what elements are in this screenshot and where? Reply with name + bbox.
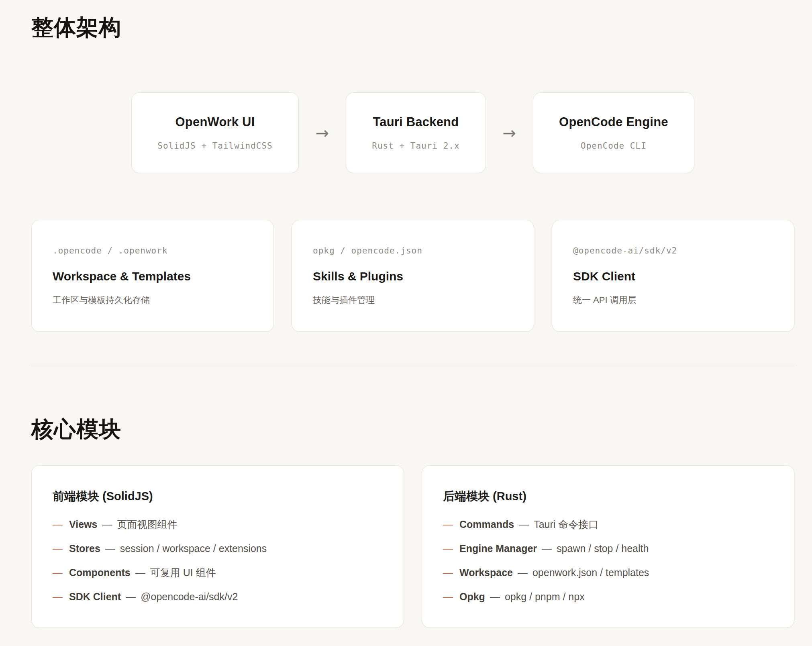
- card-sdk-client: @opencode-ai/sdk/v2 SDK Client 统一 API 调用…: [552, 220, 794, 332]
- card-description: 统一 API 调用层: [573, 294, 773, 306]
- item-term: Engine Manager: [459, 543, 537, 554]
- list-item: —Components—可复用 UI 组件: [53, 566, 383, 579]
- flow-box-title: OpenWork UI: [157, 114, 273, 130]
- item-description: spawn / stop / health: [557, 543, 649, 554]
- right-arrow-icon: →: [316, 125, 329, 141]
- card-title: Skills & Plugins: [313, 269, 513, 284]
- modules-heading: 核心模块: [31, 416, 794, 443]
- architecture-heading: 整体架构: [31, 14, 794, 41]
- flow-box-subtitle: OpenCode CLI: [559, 141, 668, 151]
- right-arrow-icon: →: [503, 125, 516, 141]
- item-term: Opkg: [459, 591, 485, 602]
- dash-bullet-icon: —: [443, 519, 453, 530]
- card-mono-label: opkg / opencode.json: [313, 246, 513, 256]
- list-item: —Engine Manager—spawn / stop / health: [443, 542, 773, 554]
- flow-box-title: Tauri Backend: [372, 114, 459, 130]
- item-description: Tauri 命令接口: [534, 519, 598, 530]
- dash-separator: —: [490, 591, 500, 602]
- module-list: —Commands—Tauri 命令接口 —Engine Manager—spa…: [443, 518, 773, 603]
- dash-bullet-icon: —: [53, 543, 63, 554]
- flow-box-opencode-engine: OpenCode Engine OpenCode CLI: [533, 92, 694, 173]
- dash-bullet-icon: —: [443, 591, 453, 602]
- dash-bullet-icon: —: [443, 543, 453, 554]
- list-item: —Opkg—opkg / pnpm / npx: [443, 591, 773, 603]
- flow-box-tauri-backend: Tauri Backend Rust + Tauri 2.x: [346, 92, 486, 173]
- flow-box-subtitle: SolidJS + TailwindCSS: [157, 141, 273, 151]
- doc-page: 整体架构 OpenWork UI SolidJS + TailwindCSS →…: [0, 0, 812, 646]
- item-description: @opencode-ai/sdk/v2: [141, 591, 238, 602]
- item-term: Commands: [459, 519, 514, 530]
- dash-separator: —: [135, 567, 145, 578]
- module-card-frontend: 前端模块 (SolidJS) —Views—页面视图组件 —Stores—ses…: [31, 465, 404, 628]
- card-workspace-templates: .opencode / .openwork Workspace & Templa…: [31, 220, 274, 332]
- item-term: Stores: [69, 543, 100, 554]
- item-description: openwork.json / templates: [532, 567, 649, 578]
- list-item: —Workspace—openwork.json / templates: [443, 566, 773, 579]
- item-term: Workspace: [459, 567, 513, 578]
- item-description: 页面视图组件: [117, 519, 177, 530]
- dash-separator: —: [102, 519, 112, 530]
- dash-separator: —: [105, 543, 115, 554]
- list-item: —SDK Client—@opencode-ai/sdk/v2: [53, 591, 383, 603]
- flow-box-title: OpenCode Engine: [559, 114, 668, 130]
- item-term: Views: [69, 519, 97, 530]
- card-skills-plugins: opkg / opencode.json Skills & Plugins 技能…: [292, 220, 534, 332]
- card-title: Workspace & Templates: [53, 269, 253, 284]
- card-mono-label: @opencode-ai/sdk/v2: [573, 246, 773, 256]
- card-title: SDK Client: [573, 269, 773, 284]
- section-divider: [31, 366, 794, 366]
- architecture-cards: .opencode / .openwork Workspace & Templa…: [31, 220, 794, 332]
- module-card-title: 前端模块 (SolidJS): [53, 489, 383, 503]
- module-cards: 前端模块 (SolidJS) —Views—页面视图组件 —Stores—ses…: [31, 465, 794, 628]
- dash-separator: —: [542, 543, 552, 554]
- item-description: opkg / pnpm / npx: [505, 591, 585, 602]
- module-card-backend: 后端模块 (Rust) —Commands—Tauri 命令接口 —Engine…: [422, 465, 794, 628]
- list-item: —Commands—Tauri 命令接口: [443, 518, 773, 530]
- item-term: SDK Client: [69, 591, 121, 602]
- card-description: 工作区与模板持久化存储: [53, 294, 253, 306]
- module-card-title: 后端模块 (Rust): [443, 489, 773, 503]
- flow-box-openwork-ui: OpenWork UI SolidJS + TailwindCSS: [131, 92, 299, 173]
- dash-bullet-icon: —: [53, 591, 63, 602]
- item-description: session / workspace / extensions: [120, 543, 267, 554]
- dash-bullet-icon: —: [53, 567, 63, 578]
- card-description: 技能与插件管理: [313, 294, 513, 306]
- dash-separator: —: [519, 519, 529, 530]
- card-mono-label: .opencode / .openwork: [53, 246, 253, 256]
- module-list: —Views—页面视图组件 —Stores—session / workspac…: [53, 518, 383, 603]
- dash-bullet-icon: —: [53, 519, 63, 530]
- dash-bullet-icon: —: [443, 567, 453, 578]
- list-item: —Views—页面视图组件: [53, 518, 383, 530]
- item-term: Components: [69, 567, 131, 578]
- dash-separator: —: [126, 591, 136, 602]
- dash-separator: —: [518, 567, 528, 578]
- list-item: —Stores—session / workspace / extensions: [53, 542, 383, 554]
- item-description: 可复用 UI 组件: [150, 567, 216, 578]
- flow-box-subtitle: Rust + Tauri 2.x: [372, 141, 459, 151]
- architecture-flow-diagram: OpenWork UI SolidJS + TailwindCSS → Taur…: [31, 92, 794, 173]
